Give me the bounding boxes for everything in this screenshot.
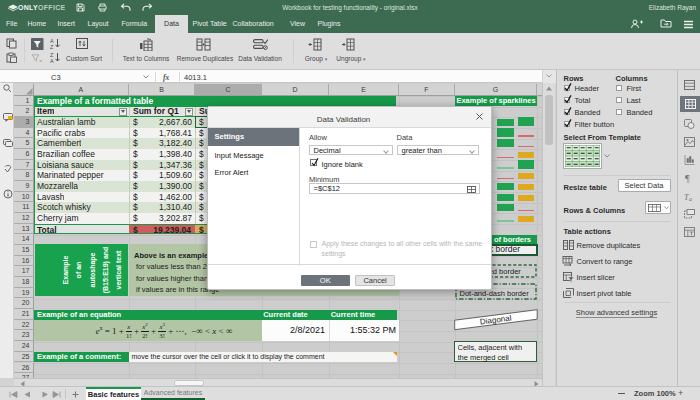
svg-text:Diagonal: Diagonal [479,313,512,326]
svg-text:¶: ¶ [685,173,690,183]
svg-text:Z: Z [50,44,54,49]
svg-text:a: a [689,195,692,201]
